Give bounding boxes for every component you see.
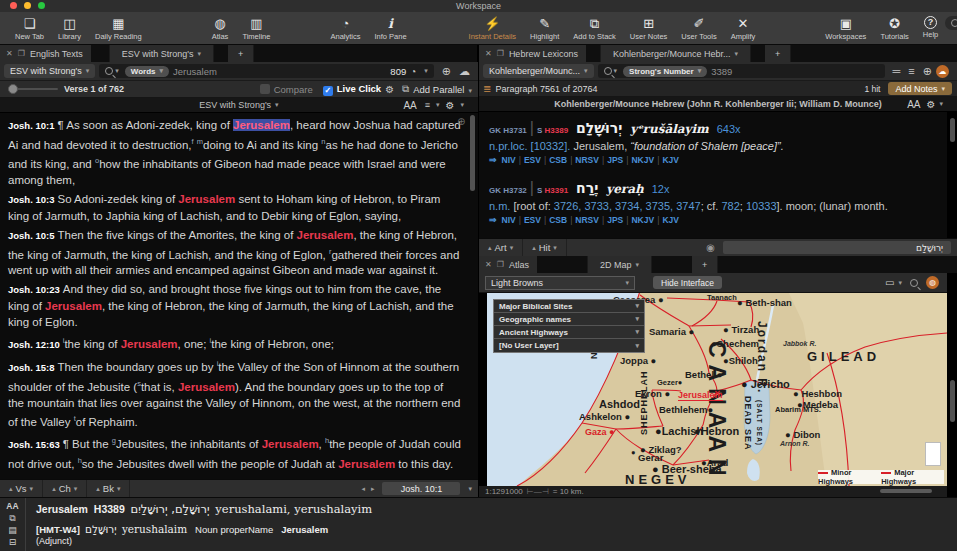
footnote-marker[interactable]: g [112, 436, 116, 445]
toolbar-info-pane-button[interactable]: iInfo Pane [367, 16, 413, 41]
research-search-input[interactable]: ▾ Research [945, 16, 957, 30]
version-link[interactable]: ESV [524, 215, 541, 225]
esv-search-value[interactable]: Jerusalem [173, 66, 217, 77]
esv-source-select[interactable]: ESV with Strong's▾ [4, 64, 95, 78]
map-label[interactable]: Gezer● [657, 378, 682, 387]
paragraph-list-icon[interactable]: ≣ [483, 83, 491, 94]
map-label[interactable]: ●Arad [701, 457, 728, 468]
gk-number[interactable]: GK H3732 [489, 186, 527, 195]
verse[interactable]: Josh. 10:5Then the five kings of the Amo… [8, 227, 462, 279]
verse[interactable]: Josh. 10:1¶ As soon as Adoni-zedek, king… [8, 117, 462, 188]
footnote-marker[interactable]: t [74, 414, 76, 423]
book-nav[interactable]: ▴Bk▾ [87, 480, 130, 497]
version-link[interactable]: NIV [502, 215, 516, 225]
toolbar-workspaces-button[interactable]: ▣Workspaces [818, 16, 873, 41]
verse[interactable]: Josh. 10:23And they did so, and brought … [8, 281, 462, 330]
clipboard-icon[interactable]: ▤ [8, 524, 17, 536]
toolbar-analytics-button[interactable]: ◔Analytics [323, 16, 367, 41]
send-to-icon[interactable]: ⊟ [9, 536, 17, 548]
footnote-marker[interactable]: i [210, 336, 212, 345]
map-label[interactable]: ● Beth-shan [737, 297, 792, 308]
globe-icon[interactable]: ◉ [706, 242, 715, 253]
version-link[interactable]: CSB [549, 155, 567, 165]
occurrence-count[interactable]: 12x [652, 183, 670, 195]
toolbar-new-tab-button[interactable]: ❏New Tab [8, 16, 51, 41]
expand-icon[interactable]: ❐ [497, 49, 504, 58]
map-label[interactable]: Samaria ● [649, 326, 694, 337]
toolbar-tutorials-button[interactable]: ✪Tutorials [873, 16, 915, 41]
version-link[interactable]: JPS [607, 215, 623, 225]
map-image-icon[interactable]: ▭ [885, 277, 894, 288]
current-reference-box[interactable]: Josh. 10:1 [382, 482, 460, 495]
map-layer-select[interactable]: Ancient Highways▾ [494, 326, 644, 339]
new-tab-button[interactable]: + [228, 45, 254, 62]
toolbar-library-button[interactable]: ◫Library [51, 16, 88, 41]
lexicon-lookup-box[interactable]: יְרוּשָׁלִַם [723, 241, 951, 254]
live-click-checkbox[interactable]: ✓ [323, 86, 333, 96]
text-size-button[interactable]: AA [6, 500, 18, 512]
hit-word[interactable]: Jerusalem [178, 193, 235, 205]
footnote-marker[interactable]: i [63, 336, 65, 345]
hit-word[interactable]: Jerusalem [178, 381, 235, 393]
esv-scrollbar[interactable] [470, 115, 475, 191]
map-label[interactable]: Abarim MTS. [775, 405, 821, 414]
close-icon[interactable]: ✕ [6, 49, 13, 58]
version-link[interactable]: ESV [524, 155, 541, 165]
footnote-marker[interactable]: h [78, 456, 82, 465]
version-link[interactable]: NKJV [631, 155, 654, 165]
text-size-button[interactable]: AA [403, 100, 416, 111]
footnote-marker[interactable]: i [217, 359, 219, 368]
footnote-marker[interactable]: o [95, 156, 99, 165]
map-label[interactable]: ✕ [714, 389, 721, 398]
map-layer-select[interactable]: Geographic names▾ [494, 313, 644, 326]
map-globe-icon[interactable]: ◍ [926, 276, 939, 289]
lexicon-scrollbar[interactable] [950, 118, 955, 142]
search-scope-pill[interactable]: Strong's Number▾ [623, 66, 707, 77]
gear-icon[interactable]: ⚙ [446, 100, 455, 111]
version-link[interactable]: NRSV [575, 155, 599, 165]
compare-checkbox[interactable] [260, 84, 270, 94]
version-link[interactable]: CSB [549, 215, 567, 225]
toolbar-user-notes-button[interactable]: ⊞User Notes [623, 16, 675, 41]
map-canvas[interactable]: Caesarea ●Taanach● Beth-shanSHARONSamari… [487, 293, 947, 486]
map-label[interactable]: ● Heshbon [793, 388, 842, 399]
back-arrow-icon[interactable]: ◂ [361, 485, 365, 493]
occurrence-count[interactable]: 643x [717, 123, 741, 135]
chapter-nav[interactable]: ▴Ch▾ [43, 480, 87, 497]
map-label[interactable]: Gaza ● [585, 427, 614, 437]
verse[interactable]: Josh. 10:3So Adoni-zedek king of Jerusal… [8, 191, 462, 224]
map-layer-select[interactable]: [No User Layer]▾ [494, 339, 644, 352]
map-label[interactable]: Bethlehem● [659, 404, 713, 415]
display-settings-icon[interactable]: ≡ [425, 100, 430, 110]
map-zoom-icon[interactable] [910, 279, 918, 287]
tab-2d-map[interactable]: 2D Map▾ [587, 256, 652, 273]
add-circle-icon[interactable]: ⊕ [442, 65, 451, 78]
tab-kohlenberger-mounce[interactable]: Kohlenberger/Mounce Hebr...▾ [600, 45, 751, 62]
panes-icon[interactable]: ⧉ [402, 83, 409, 95]
map-style-select[interactable]: Light Browns▾ [485, 276, 635, 290]
map-label[interactable]: Gerar [638, 452, 663, 463]
map-label[interactable]: Bethel ● [685, 369, 722, 380]
toolbar-timeline-button[interactable]: ▥Timeline [235, 16, 277, 41]
gear-icon[interactable]: ⚙ [385, 84, 394, 95]
map-layer-select[interactable]: Major Biblical Sites▾ [494, 300, 644, 313]
cloud-sync-active-icon[interactable]: ☁ [936, 65, 949, 78]
toolbar-help-button[interactable]: ?Help [916, 16, 945, 41]
verse-action-icon[interactable]: ⊕ [457, 116, 465, 127]
map-label[interactable]: Taanach [707, 293, 737, 302]
version-link[interactable]: NKJV [631, 215, 654, 225]
close-icon[interactable]: ✕ [485, 260, 492, 269]
toolbar-daily-reading-button[interactable]: ▦Daily Reading [88, 16, 149, 41]
esv-search-field[interactable]: ▾ Words▾ Jerusalem 809 ◔ ▾ [99, 64, 434, 78]
footnote-marker[interactable]: m [197, 137, 203, 146]
footnote-marker[interactable]: f [191, 137, 193, 146]
version-link[interactable]: KJV [662, 215, 679, 225]
hit-word[interactable]: Jerusalem [233, 119, 290, 131]
expand-icon[interactable]: ❐ [18, 49, 25, 58]
version-link[interactable]: KJV [662, 155, 679, 165]
toolbar-atlas-button[interactable]: ◍Atlas [205, 16, 236, 41]
lexicon-source-select[interactable]: Kohlenberger/Mounc...▾ [483, 64, 594, 78]
close-icon[interactable]: ✕ [485, 49, 492, 58]
verse[interactable]: Josh. 15:63¶ But the gJebusites, the inh… [8, 433, 462, 472]
hit-word[interactable]: Jerusalem [338, 457, 395, 469]
